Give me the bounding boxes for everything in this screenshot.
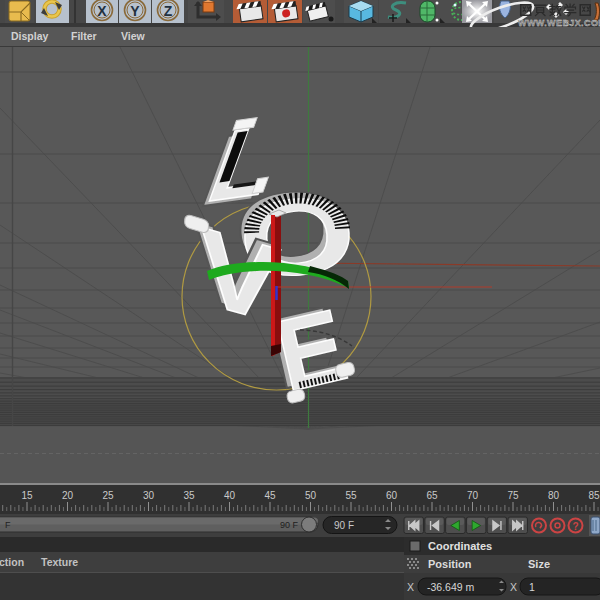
svg-text:35: 35	[183, 490, 195, 501]
svg-text:40: 40	[224, 490, 236, 501]
svg-text:25: 25	[102, 490, 114, 501]
svg-text:65: 65	[426, 490, 438, 501]
svg-text:Position: Position	[428, 558, 472, 570]
svg-text:1: 1	[529, 581, 535, 593]
svg-text:X: X	[407, 581, 414, 593]
svg-text:50: 50	[305, 490, 317, 501]
svg-text:60: 60	[386, 490, 398, 501]
svg-text:Size: Size	[528, 558, 550, 570]
svg-text:85: 85	[588, 490, 600, 501]
svg-text:75: 75	[507, 490, 519, 501]
svg-text:?: ?	[572, 521, 578, 532]
svg-text:90 F: 90 F	[280, 520, 299, 530]
svg-text:Y: Y	[130, 3, 140, 19]
svg-text:80: 80	[548, 490, 560, 501]
svg-text:X: X	[510, 581, 517, 593]
svg-text:Coordinates: Coordinates	[428, 540, 492, 552]
svg-text:20: 20	[62, 490, 74, 501]
svg-text:70: 70	[467, 490, 479, 501]
svg-text:X: X	[97, 3, 107, 19]
svg-text:15: 15	[21, 490, 33, 501]
svg-text:55: 55	[345, 490, 357, 501]
svg-text:F: F	[5, 520, 11, 530]
svg-text:-36.649 m: -36.649 m	[427, 581, 475, 593]
svg-text:Z: Z	[164, 3, 173, 19]
svg-text:30: 30	[143, 490, 155, 501]
svg-text:90 F: 90 F	[334, 520, 354, 531]
svg-text:45: 45	[264, 490, 276, 501]
